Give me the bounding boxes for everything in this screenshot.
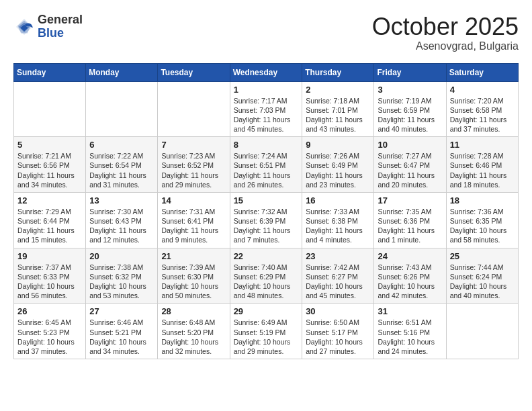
calendar-table: SundayMondayTuesdayWednesdayThursdayFrid… (13, 63, 519, 359)
day-number: 25 (450, 251, 515, 261)
day-number: 12 (17, 195, 82, 205)
day-info: Sunrise: 6:50 AM Sunset: 5:17 PM Dayligh… (306, 318, 370, 356)
day-info: Sunrise: 7:28 AM Sunset: 6:46 PM Dayligh… (450, 151, 515, 189)
calendar-cell (446, 304, 518, 359)
calendar-week-row: 26Sunrise: 6:45 AM Sunset: 5:23 PM Dayli… (14, 304, 519, 359)
day-info: Sunrise: 7:23 AM Sunset: 6:52 PM Dayligh… (161, 151, 226, 189)
day-info: Sunrise: 6:49 AM Sunset: 5:19 PM Dayligh… (234, 318, 299, 356)
calendar-cell (86, 81, 158, 137)
calendar-cell: 8Sunrise: 7:24 AM Sunset: 6:51 PM Daylig… (230, 137, 302, 193)
day-number: 31 (378, 306, 442, 316)
calendar-cell: 17Sunrise: 7:35 AM Sunset: 6:36 PM Dayli… (374, 192, 446, 248)
day-info: Sunrise: 6:51 AM Sunset: 5:16 PM Dayligh… (378, 318, 442, 356)
page-header: General Blue October 2025 Asenovgrad, Bu… (13, 13, 519, 52)
day-number: 4 (450, 85, 515, 95)
day-info: Sunrise: 7:32 AM Sunset: 6:39 PM Dayligh… (234, 207, 299, 245)
day-number: 18 (450, 195, 515, 205)
day-info: Sunrise: 7:35 AM Sunset: 6:36 PM Dayligh… (378, 207, 442, 245)
calendar-week-row: 19Sunrise: 7:37 AM Sunset: 6:33 PM Dayli… (14, 248, 519, 304)
calendar-cell (158, 81, 230, 137)
day-info: Sunrise: 7:33 AM Sunset: 6:38 PM Dayligh… (306, 207, 370, 245)
day-number: 6 (89, 140, 154, 150)
calendar-header-row: SundayMondayTuesdayWednesdayThursdayFrid… (14, 63, 519, 81)
day-number: 17 (378, 195, 442, 205)
calendar-cell: 6Sunrise: 7:22 AM Sunset: 6:54 PM Daylig… (86, 137, 158, 193)
calendar-cell: 23Sunrise: 7:42 AM Sunset: 6:27 PM Dayli… (302, 248, 374, 304)
day-number: 15 (234, 195, 299, 205)
day-info: Sunrise: 7:18 AM Sunset: 7:01 PM Dayligh… (306, 96, 370, 134)
calendar-cell: 24Sunrise: 7:43 AM Sunset: 6:26 PM Dayli… (374, 248, 446, 304)
day-info: Sunrise: 6:48 AM Sunset: 5:20 PM Dayligh… (161, 318, 226, 356)
calendar-cell: 9Sunrise: 7:26 AM Sunset: 6:49 PM Daylig… (302, 137, 374, 193)
day-info: Sunrise: 7:37 AM Sunset: 6:33 PM Dayligh… (17, 263, 82, 301)
calendar-cell: 7Sunrise: 7:23 AM Sunset: 6:52 PM Daylig… (158, 137, 230, 193)
calendar-cell: 31Sunrise: 6:51 AM Sunset: 5:16 PM Dayli… (374, 304, 446, 359)
logo-blue-text: Blue (38, 26, 64, 40)
day-number: 16 (306, 195, 370, 205)
logo-icon (13, 16, 35, 38)
day-info: Sunrise: 6:46 AM Sunset: 5:21 PM Dayligh… (89, 318, 154, 356)
calendar-cell: 2Sunrise: 7:18 AM Sunset: 7:01 PM Daylig… (302, 81, 374, 137)
day-number: 7 (161, 140, 226, 150)
calendar-cell: 15Sunrise: 7:32 AM Sunset: 6:39 PM Dayli… (230, 192, 302, 248)
day-info: Sunrise: 7:22 AM Sunset: 6:54 PM Dayligh… (89, 151, 154, 189)
day-number: 27 (89, 306, 154, 316)
day-info: Sunrise: 7:19 AM Sunset: 6:59 PM Dayligh… (378, 96, 442, 134)
logo: General Blue (13, 13, 83, 40)
day-info: Sunrise: 7:39 AM Sunset: 6:30 PM Dayligh… (161, 263, 226, 301)
month-title: October 2025 (372, 13, 519, 40)
column-header-monday: Monday (86, 63, 158, 81)
day-info: Sunrise: 6:45 AM Sunset: 5:23 PM Dayligh… (17, 318, 82, 356)
column-header-tuesday: Tuesday (158, 63, 230, 81)
calendar-cell: 20Sunrise: 7:38 AM Sunset: 6:32 PM Dayli… (86, 248, 158, 304)
calendar-cell: 25Sunrise: 7:44 AM Sunset: 6:24 PM Dayli… (446, 248, 518, 304)
day-number: 9 (306, 140, 370, 150)
calendar-cell: 22Sunrise: 7:40 AM Sunset: 6:29 PM Dayli… (230, 248, 302, 304)
day-info: Sunrise: 7:24 AM Sunset: 6:51 PM Dayligh… (234, 151, 299, 189)
location-subtitle: Asenovgrad, Bulgaria (372, 40, 519, 52)
column-header-friday: Friday (374, 63, 446, 81)
calendar-cell: 4Sunrise: 7:20 AM Sunset: 6:58 PM Daylig… (446, 81, 518, 137)
column-header-saturday: Saturday (446, 63, 518, 81)
calendar-cell: 1Sunrise: 7:17 AM Sunset: 7:03 PM Daylig… (230, 81, 302, 137)
column-header-sunday: Sunday (14, 63, 86, 81)
calendar-cell: 30Sunrise: 6:50 AM Sunset: 5:17 PM Dayli… (302, 304, 374, 359)
day-number: 5 (17, 140, 82, 150)
calendar-cell: 18Sunrise: 7:36 AM Sunset: 6:35 PM Dayli… (446, 192, 518, 248)
calendar-cell: 11Sunrise: 7:28 AM Sunset: 6:46 PM Dayli… (446, 137, 518, 193)
column-header-thursday: Thursday (302, 63, 374, 81)
calendar-cell: 27Sunrise: 6:46 AM Sunset: 5:21 PM Dayli… (86, 304, 158, 359)
day-info: Sunrise: 7:27 AM Sunset: 6:47 PM Dayligh… (378, 151, 442, 189)
calendar-cell: 12Sunrise: 7:29 AM Sunset: 6:44 PM Dayli… (14, 192, 86, 248)
calendar-cell: 14Sunrise: 7:31 AM Sunset: 6:41 PM Dayli… (158, 192, 230, 248)
day-info: Sunrise: 7:17 AM Sunset: 7:03 PM Dayligh… (234, 96, 299, 134)
calendar-week-row: 1Sunrise: 7:17 AM Sunset: 7:03 PM Daylig… (14, 81, 519, 137)
day-info: Sunrise: 7:21 AM Sunset: 6:56 PM Dayligh… (17, 151, 82, 189)
day-number: 2 (306, 85, 370, 95)
day-number: 10 (378, 140, 442, 150)
day-number: 14 (161, 195, 226, 205)
calendar-cell: 26Sunrise: 6:45 AM Sunset: 5:23 PM Dayli… (14, 304, 86, 359)
calendar-cell: 21Sunrise: 7:39 AM Sunset: 6:30 PM Dayli… (158, 248, 230, 304)
calendar-cell: 3Sunrise: 7:19 AM Sunset: 6:59 PM Daylig… (374, 81, 446, 137)
day-number: 13 (89, 195, 154, 205)
day-number: 29 (234, 306, 299, 316)
day-number: 28 (161, 306, 226, 316)
day-info: Sunrise: 7:44 AM Sunset: 6:24 PM Dayligh… (450, 263, 515, 301)
day-number: 21 (161, 251, 226, 261)
column-header-wednesday: Wednesday (230, 63, 302, 81)
day-info: Sunrise: 7:43 AM Sunset: 6:26 PM Dayligh… (378, 263, 442, 301)
calendar-cell: 5Sunrise: 7:21 AM Sunset: 6:56 PM Daylig… (14, 137, 86, 193)
day-number: 22 (234, 251, 299, 261)
calendar-week-row: 5Sunrise: 7:21 AM Sunset: 6:56 PM Daylig… (14, 137, 519, 193)
calendar-cell: 28Sunrise: 6:48 AM Sunset: 5:20 PM Dayli… (158, 304, 230, 359)
calendar-cell: 19Sunrise: 7:37 AM Sunset: 6:33 PM Dayli… (14, 248, 86, 304)
day-number: 23 (306, 251, 370, 261)
day-number: 11 (450, 140, 515, 150)
day-info: Sunrise: 7:30 AM Sunset: 6:43 PM Dayligh… (89, 207, 154, 245)
day-number: 26 (17, 306, 82, 316)
calendar-cell (14, 81, 86, 137)
day-number: 30 (306, 306, 370, 316)
day-info: Sunrise: 7:42 AM Sunset: 6:27 PM Dayligh… (306, 263, 370, 301)
day-number: 24 (378, 251, 442, 261)
